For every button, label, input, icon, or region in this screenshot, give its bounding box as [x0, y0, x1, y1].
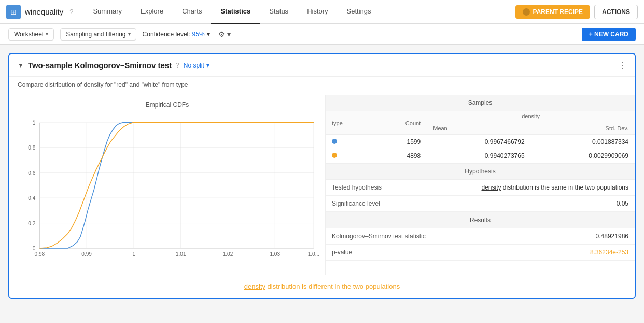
svg-text:1.02: 1.02 — [223, 251, 233, 257]
type-col-header: type — [326, 111, 372, 135]
card-help-icon[interactable]: ? — [176, 62, 179, 69]
orange-cdf-line — [39, 123, 314, 248]
parent-recipe-button[interactable]: PARENT RECIPE — [515, 5, 590, 19]
svg-text:0.2: 0.2 — [28, 221, 35, 226]
results-section: Results Kolmogorov–Smirnov test statisti… — [326, 212, 635, 261]
significance-level-value: 0.05 — [617, 200, 628, 207]
ks-statistic-label: Kolmogorov–Smirnov test statistic — [332, 233, 426, 240]
ks-statistic-row: Kolmogorov–Smirnov test statistic 0.4892… — [326, 228, 635, 245]
app-help-icon[interactable]: ? — [69, 8, 73, 16]
row2-dot — [326, 149, 372, 163]
ks-test-card: ▼ Two-sample Kolmogorov–Smirnov test ? N… — [8, 53, 636, 299]
blue-cdf-line — [39, 123, 314, 248]
confidence-chevron-icon: ▾ — [207, 31, 210, 38]
worksheet-chevron-icon: ▾ — [46, 31, 48, 37]
app-title: winequality — [25, 7, 63, 16]
tab-history[interactable]: History — [298, 0, 337, 24]
hypothesis-section-title: Hypothesis — [326, 164, 635, 180]
tested-hypothesis-value: density distribution is the same in the … — [481, 184, 628, 191]
row2-stddev: 0.0029909069 — [531, 149, 635, 163]
new-card-button[interactable]: + NEW CARD — [582, 28, 636, 41]
parent-recipe-icon — [523, 8, 530, 16]
top-nav: ⊞ winequality ? Summary Explore Charts S… — [0, 0, 644, 24]
significance-level-row: Significance level 0.05 — [326, 196, 635, 212]
tab-charts[interactable]: Charts — [173, 0, 211, 24]
table-row: 4898 0.9940273765 0.0029909069 — [326, 149, 635, 163]
toolbar: Worksheet ▾ Sampling and filtering ▾ Con… — [0, 24, 644, 45]
sampling-button[interactable]: Sampling and filtering ▾ — [60, 28, 136, 41]
count-col-header: Count — [372, 111, 427, 135]
card-subtitle: Compare distribution of density for "red… — [9, 77, 635, 95]
significance-level-label: Significance level — [332, 200, 380, 207]
main-content: ▼ Two-sample Kolmogorov–Smirnov test ? N… — [0, 45, 644, 307]
no-split-chevron-icon: ▾ — [206, 62, 209, 69]
chart-area: Empirical CDFs — [9, 95, 326, 275]
card-header: ▼ Two-sample Kolmogorov–Smirnov test ? N… — [9, 54, 635, 77]
conclusion-density-underline: density — [244, 282, 265, 290]
pvalue-row: p-value 8.36234e-253 — [326, 245, 635, 261]
results-section-title: Results — [326, 212, 635, 228]
tab-explore[interactable]: Explore — [131, 0, 173, 24]
pvalue-label: p-value — [332, 249, 352, 256]
conclusion: density distribution is different in the… — [9, 275, 635, 298]
stats-area: Samples type Count density Mean Std. Dev… — [326, 95, 635, 275]
pvalue-value: 8.36234e-253 — [590, 249, 628, 256]
svg-text:0: 0 — [33, 246, 36, 251]
tab-statistics[interactable]: Statistics — [211, 0, 260, 24]
nav-right: PARENT RECIPE ACTIONS — [515, 5, 638, 19]
actions-button[interactable]: ACTIONS — [594, 5, 638, 19]
row2-count: 4898 — [372, 149, 427, 163]
blue-dot — [332, 139, 337, 144]
table-row: 1599 0.9967466792 0.001887334 — [326, 135, 635, 149]
tested-hypothesis-label: Tested hypothesis — [332, 184, 382, 191]
card-title: Two-sample Kolmogorov–Smirnov test — [28, 61, 172, 70]
density-col-header: density — [427, 111, 635, 122]
settings-gear-button[interactable]: ⚙ ▾ — [216, 28, 233, 41]
worksheet-button[interactable]: Worksheet ▾ — [8, 28, 54, 41]
chart-container: 0 0.2 0.4 0.6 0.8 1 0.98 0.99 1 1.01 1.0… — [16, 113, 319, 268]
chart-title: Empirical CDFs — [16, 101, 319, 109]
tab-status[interactable]: Status — [260, 0, 298, 24]
svg-text:0.4: 0.4 — [28, 195, 35, 201]
hypothesis-section: Hypothesis Tested hypothesis density dis… — [326, 163, 635, 212]
tested-hypothesis-row: Tested hypothesis density distribution i… — [326, 180, 635, 196]
row1-dot — [326, 135, 372, 149]
svg-text:1.03: 1.03 — [270, 251, 280, 257]
svg-text:1: 1 — [33, 120, 36, 126]
gear-chevron-icon: ▾ — [227, 30, 231, 38]
row1-stddev: 0.001887334 — [531, 135, 635, 149]
collapse-icon[interactable]: ▼ — [18, 62, 24, 69]
svg-text:0.99: 0.99 — [81, 251, 92, 257]
tab-settings[interactable]: Settings — [338, 0, 381, 24]
app-logo: ⊞ winequality ? — [6, 5, 73, 19]
orange-dot — [332, 153, 337, 158]
row1-count: 1599 — [372, 135, 427, 149]
mean-col-header: Mean — [427, 122, 530, 135]
row1-mean: 0.9967466792 — [427, 135, 530, 149]
svg-text:1: 1 — [132, 251, 135, 257]
svg-text:0.6: 0.6 — [28, 170, 35, 176]
density-underline: density — [481, 184, 501, 191]
no-split-button[interactable]: No split ▾ — [184, 62, 209, 69]
ks-statistic-value: 0.48921986 — [596, 233, 628, 240]
card-body: Empirical CDFs — [9, 95, 635, 275]
sampling-chevron-icon: ▾ — [128, 31, 131, 37]
samples-table: type Count density Mean Std. Dev. 1599 — [326, 111, 635, 163]
nav-tabs: Summary Explore Charts Statistics Status… — [83, 0, 515, 24]
svg-text:0.98: 0.98 — [35, 251, 45, 257]
tab-summary[interactable]: Summary — [83, 0, 131, 24]
svg-text:0.8: 0.8 — [28, 145, 35, 151]
svg-text:1.01: 1.01 — [176, 251, 186, 257]
ecdf-chart: 0 0.2 0.4 0.6 0.8 1 0.98 0.99 1 1.01 1.0… — [16, 113, 319, 268]
row2-mean: 0.9940273765 — [427, 149, 530, 163]
svg-text:1.0...: 1.0... — [308, 251, 319, 257]
samples-section-title: Samples — [326, 95, 635, 111]
confidence-button[interactable]: Confidence level: 95% ▾ — [143, 31, 210, 38]
stddev-col-header: Std. Dev. — [531, 122, 635, 135]
app-logo-icon: ⊞ — [6, 5, 21, 19]
card-more-button[interactable]: ⋮ — [618, 60, 626, 70]
